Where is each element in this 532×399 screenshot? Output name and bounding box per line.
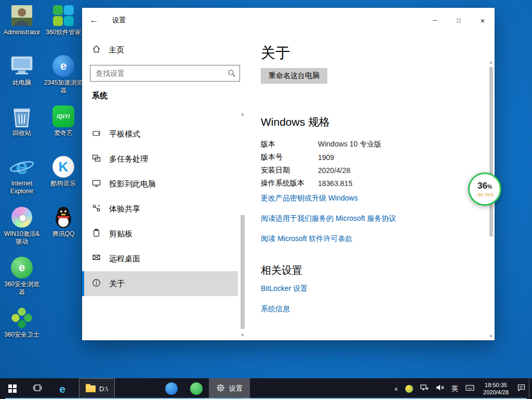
tray-volume-button[interactable]	[432, 378, 448, 399]
desktop-icon-label: 360安全卫士	[4, 331, 39, 339]
link-change-product-key[interactable]: 更改产品密钥或升级 Windows	[261, 194, 358, 203]
desktop-icon-label: 腾讯QQ	[52, 230, 75, 238]
desktop-icon-360-safety-guard[interactable]: 360安全卫士	[2, 307, 42, 357]
desktop-icon-tencent-qq[interactable]: 腾讯QQ	[44, 206, 83, 256]
360-browser-icon: e	[10, 256, 33, 279]
nav-label: 平板模式	[109, 129, 140, 139]
action-center-icon	[517, 384, 525, 393]
tray-network-button[interactable]	[417, 378, 432, 399]
minimize-button[interactable]: ─	[423, 8, 447, 33]
taskbar-settings-button[interactable]: 设置	[209, 378, 250, 399]
taskbar-clock[interactable]: 18:50:35 2020/4/28	[478, 378, 514, 399]
settings-window: ← 设置 ─ □ × 主页	[82, 8, 495, 340]
link-system-info[interactable]: 系统信息	[261, 304, 290, 314]
360-float-ball[interactable]: 36% ↓80.7K/s	[468, 172, 501, 206]
desktop-icon-360-software-manager[interactable]: 360软件管家	[44, 4, 83, 55]
task-view-button[interactable]	[25, 378, 50, 399]
desktop-icon-win10-activation[interactable]: WIN10激活&驱动	[2, 206, 42, 256]
titlebar: ← 设置 ─ □ ×	[82, 8, 495, 33]
spec-row-os-build: 操作系统版本 18363.815	[261, 177, 474, 190]
scroll-down-arrow[interactable]: ∨	[239, 331, 246, 338]
home-icon	[92, 45, 101, 55]
spec-row-edition: 版本 Windows 10 专业版	[261, 138, 474, 151]
desktop-icon-iqiyi[interactable]: iQIYI 爱奇艺	[44, 105, 83, 155]
rename-pc-button[interactable]: 重命名这台电脑	[261, 68, 327, 84]
tray-touch-keyboard-button[interactable]	[462, 378, 478, 399]
tray-input-indicator[interactable]: 英	[448, 378, 462, 399]
desktop-icon-this-pc[interactable]: 此电脑	[2, 55, 42, 105]
task-view-icon	[33, 384, 42, 394]
page-title: 关于	[261, 43, 474, 63]
scroll-up-arrow[interactable]: ∧	[487, 59, 495, 66]
desktop-icon-column-1: Administrator 此电脑 回收站 e Internet Explore…	[2, 4, 42, 357]
desktop-icon-label: WIN10激活&驱动	[2, 230, 42, 246]
sidebar-item-projecting[interactable]: 投影到此电脑	[82, 171, 238, 196]
nav-label: 剪贴板	[109, 229, 132, 239]
desktop-icon-recycle-bin[interactable]: 回收站	[2, 105, 42, 155]
windows-logo-icon	[8, 384, 17, 393]
scroll-down-arrow[interactable]: ∨	[487, 332, 495, 339]
desktop-icon-label: 爱奇艺	[54, 129, 73, 137]
scroll-up-arrow[interactable]: ∧	[239, 111, 246, 118]
tray-expand-button[interactable]: ∧	[391, 378, 402, 399]
sidebar-item-shared-experiences[interactable]: 体验共享	[82, 196, 238, 221]
sidebar-scrollbar-thumb[interactable]	[241, 215, 245, 329]
spec-value: 18363.815	[318, 179, 352, 188]
spec-label: 版本号	[261, 153, 318, 162]
maximize-button[interactable]: □	[447, 8, 471, 33]
sidebar-item-home[interactable]: 主页	[82, 40, 238, 60]
project-to-pc-icon	[92, 179, 101, 189]
desktop-icon-kugou-music[interactable]: K 酷狗音乐	[44, 155, 83, 206]
close-button[interactable]: ×	[471, 8, 495, 33]
settings-content: 关于 重命名这台电脑 Windows 规格 版本 Windows 10 专业版 …	[247, 33, 495, 340]
sidebar-item-multitasking[interactable]: 多任务处理	[82, 147, 238, 171]
desktop-icon-label: 2345加速浏览器	[44, 79, 83, 95]
nav-label: 关于	[109, 279, 125, 289]
spec-table: 版本 Windows 10 专业版 版本号 1909 安装日期 2020/4/2…	[261, 138, 474, 190]
close-icon: ×	[481, 16, 485, 25]
spec-value: 1909	[318, 153, 334, 162]
desktop-icon-internet-explorer[interactable]: e Internet Explorer	[2, 155, 42, 206]
link-services-agreement[interactable]: 阅读适用于我们服务的 Microsoft 服务协议	[261, 214, 396, 223]
link-license-terms[interactable]: 阅读 Microsoft 软件许可条款	[261, 234, 353, 244]
tray-360-button[interactable]	[402, 378, 417, 399]
taskbar-explorer-button[interactable]: D:\	[79, 378, 115, 399]
minimize-icon: ─	[433, 17, 437, 24]
action-center-button[interactable]	[514, 378, 529, 399]
show-desktop-button[interactable]	[529, 378, 532, 399]
taskbar-2345-browser-button[interactable]	[159, 378, 184, 399]
desktop-icon-360-secure-browser[interactable]: e 360安全浏览器	[2, 256, 42, 307]
spec-row-installed-on: 安装日期 2020/4/28	[261, 164, 474, 177]
back-button[interactable]: ←	[82, 8, 106, 33]
desktop-icon-administrator[interactable]: Administrator	[2, 4, 42, 55]
sidebar-item-tablet-mode[interactable]: 平板模式	[82, 122, 238, 147]
search-icon	[228, 69, 236, 79]
sidebar-item-clipboard[interactable]: 剪贴板	[82, 221, 238, 246]
iqiyi-icon: iQIYI	[52, 105, 75, 128]
start-button[interactable]	[0, 378, 25, 399]
sidebar-item-remote-desktop[interactable]: 远程桌面	[82, 246, 238, 271]
recycle-bin-icon	[10, 105, 33, 128]
sidebar-item-about[interactable]: 关于	[82, 271, 238, 296]
taskbar-360-browser-button[interactable]	[184, 378, 209, 399]
taskbar-center: 设置	[159, 378, 250, 399]
desktop-icon-label: 360软件管家	[46, 29, 81, 36]
360-tray-icon	[405, 385, 413, 393]
spec-label: 版本	[261, 140, 318, 149]
content-scrollbar-thumb[interactable]	[489, 67, 493, 236]
qq-penguin-icon	[52, 206, 75, 229]
spec-label: 操作系统版本	[261, 179, 318, 188]
desktop-icon-area: Administrator 此电脑 回收站 e Internet Explore…	[2, 4, 83, 357]
desktop-icon-2345-browser[interactable]: e 2345加速浏览器	[44, 55, 83, 105]
settings-sidebar: 主页 系统 平板模式 多任务处理	[82, 33, 247, 340]
link-bitlocker-settings[interactable]: BitLocker 设置	[261, 284, 308, 294]
nav-label: 体验共享	[109, 204, 140, 214]
clipboard-icon	[92, 229, 101, 239]
chevron-up-icon: ∧	[394, 386, 398, 392]
taskbar: e D:\ 设置 ∧	[0, 378, 532, 399]
search-input[interactable]	[90, 65, 240, 82]
tablet-mode-icon	[92, 129, 101, 139]
this-pc-icon	[10, 55, 33, 77]
taskbar-ie-button[interactable]: e	[50, 378, 75, 399]
desktop-icon-label: 回收站	[12, 129, 31, 137]
